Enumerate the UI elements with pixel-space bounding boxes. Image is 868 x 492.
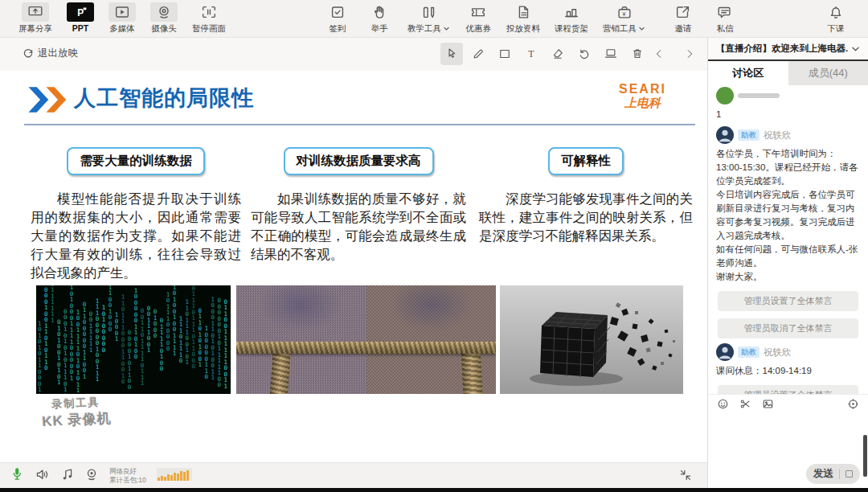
send-button-label: 发送 — [813, 467, 833, 481]
toolbar-item-ppt[interactable]: P PPT — [67, 0, 94, 35]
system-message: 管理员取消了全体禁言 — [718, 318, 858, 338]
chat-message: 助教 祝轶欣 各位学员，下午培训时间为：13:00-15:30。课程已经开始，请… — [716, 126, 860, 284]
image-left-half — [236, 285, 366, 394]
coupon-icon — [465, 2, 492, 22]
delete-annotation-button[interactable] — [626, 43, 649, 65]
window-bottom-edge — [0, 488, 868, 492]
toolbar-item-check-in[interactable]: 签到 — [324, 0, 351, 35]
send-options-icon[interactable] — [845, 470, 853, 478]
tab-members[interactable]: 成员(44) — [788, 61, 868, 85]
exit-presentation-button[interactable]: 退出放映 — [23, 47, 78, 60]
svg-text:T: T — [528, 48, 534, 59]
toolbar-group-class-tools: 签到 举手 教学工具 优惠券 — [317, 0, 653, 35]
message-text: 课间休息：14:09-14:19 — [716, 364, 860, 378]
exit-presentation-label: 退出放映 — [38, 47, 78, 60]
bell-icon — [822, 2, 850, 22]
eraser-tool-button[interactable] — [547, 43, 569, 65]
toolbar-item-marketing-tools[interactable]: ¥ 营销工具 — [603, 0, 645, 35]
next-slide-button[interactable] — [678, 43, 701, 65]
chat-message: 1 — [716, 87, 860, 121]
presentation-slide: 人工智能的局限性 SEARI 上电科 需要大量的训练数据 模型性能能否提升取决于… — [0, 71, 707, 462]
toolbar-item-camera[interactable]: 摄像头 — [150, 0, 178, 35]
username: 祝轶欣 — [764, 129, 792, 141]
svg-text:P: P — [77, 7, 84, 18]
live-intro-header[interactable]: 【直播介绍】欢迎来到上海电器... — [708, 38, 868, 61]
toolbar-group-source: 屏幕分享 P PPT 多媒体 摄像头 — [11, 0, 233, 35]
presentation-toolbar: 退出放映 T — [0, 38, 707, 72]
previous-slide-button[interactable] — [648, 43, 670, 65]
network-status: 网络良好 累计丢包:10 — [109, 467, 146, 484]
shelf-icon — [558, 2, 585, 22]
chevron-down-icon — [851, 46, 860, 52]
avatar — [716, 87, 734, 105]
composer-toolbar — [708, 394, 868, 416]
system-message: 管理员设置了全体禁言 — [718, 291, 858, 311]
toolbar-item-teaching-tools[interactable]: 教学工具 — [407, 0, 450, 35]
screen-share-icon — [22, 2, 49, 22]
image-upload-button[interactable] — [762, 398, 774, 413]
rectangle-tool-button[interactable] — [493, 43, 516, 65]
toolbar-item-raise-hand[interactable]: 举手 — [366, 0, 393, 35]
toolbar-item-private-message[interactable]: 私信 — [711, 0, 739, 35]
microphone-button[interactable] — [10, 466, 24, 486]
status-bar: 网络良好 累计丢包:10 — [0, 462, 707, 488]
column-heading-box: 可解释性 — [548, 147, 624, 175]
toolbar-group-session: 邀请 私信 下课 — [662, 0, 857, 35]
network-graph — [157, 468, 192, 484]
title-underline — [24, 124, 695, 125]
toolbar-item-end-class[interactable]: 下课 — [822, 0, 850, 35]
scrollbar-thumb[interactable] — [863, 435, 867, 477]
column-body-text: 深度学习能够发现事件之间的关联性，建立事件之间的映射关系，但是深度学习不能解释因… — [479, 190, 693, 245]
tab-discussion[interactable]: 讨论区 — [708, 61, 788, 85]
screenshot-scissors-button[interactable] — [739, 398, 751, 413]
toolbar-spacer — [746, 0, 815, 35]
select-tool-button[interactable] — [440, 43, 463, 65]
whiteboard-tool-button[interactable] — [600, 43, 622, 65]
image-right-half — [366, 285, 497, 394]
system-message: 管理员设置了全体禁言 — [718, 385, 858, 394]
chevron-down-icon — [443, 26, 450, 31]
avatar — [716, 126, 734, 144]
toolbar-item-invite[interactable]: 邀请 — [669, 0, 697, 35]
toolbar-item-multimedia[interactable]: 多媒体 — [108, 0, 136, 35]
collapse-view-icon[interactable] — [679, 469, 692, 485]
avatar — [716, 343, 734, 361]
pause-screen-icon — [195, 2, 223, 22]
chat-message-list[interactable]: 1 助教 祝轶欣 各位学员，下午培训时间为：13:00-15:30。课程已经开始… — [708, 85, 868, 394]
ppt-icon: P — [67, 2, 94, 22]
noisy-image-comparison — [236, 285, 496, 394]
check-in-icon — [324, 2, 351, 22]
column-body-text: 如果训练数据的质量不够好，就可能导致人工智能系统学到不全面或不正确的模型，可能会… — [251, 190, 466, 264]
toolbar-item-course-shelf[interactable]: 课程货架 — [555, 0, 588, 35]
chat-input[interactable] — [708, 416, 868, 459]
webcam-button[interactable] — [84, 467, 99, 485]
toolbar-item-coupon[interactable]: 优惠券 — [465, 0, 492, 35]
toolbar-item-pause-screen[interactable]: 暂停画面 — [192, 0, 226, 35]
music-button[interactable] — [60, 467, 74, 485]
packet-loss: 累计丢包:10 — [109, 476, 146, 484]
raise-hand-icon — [366, 2, 393, 22]
app-window: 屏幕分享 P PPT 多媒体 摄像头 — [0, 0, 868, 492]
logo-text-chinese: 上电科 — [619, 96, 666, 110]
title-chevrons-decor — [27, 85, 69, 114]
rope-decor — [236, 342, 496, 354]
text-tool-button[interactable]: T — [520, 43, 542, 65]
chat-settings-icon[interactable] — [847, 398, 859, 413]
invite-icon — [669, 2, 697, 22]
slide-navigation — [648, 43, 701, 65]
undo-tool-button[interactable] — [573, 43, 596, 65]
send-button[interactable]: 发送 — [806, 464, 860, 484]
slide-column-1: 需要大量的训练数据 模型性能能否提升取决于训练用的数据集的大小，因此通常需要大量… — [31, 147, 241, 282]
svg-text:¥: ¥ — [622, 11, 625, 17]
logo-text-latin: SEARI — [619, 82, 666, 96]
speaker-button[interactable] — [35, 467, 50, 485]
recorder-watermark: 录制工具 KK 录像机 — [41, 395, 112, 431]
toolbar-item-distribute-materials[interactable]: 投放资料 — [506, 0, 540, 35]
pen-tool-button[interactable] — [467, 43, 489, 65]
slide-column-3: 可解释性 深度学习能够发现事件之间的关联性，建立事件之间的映射关系，但是深度学习… — [479, 147, 693, 245]
chat-sidebar: 【直播介绍】欢迎来到上海电器... 讨论区 成员(44) 1 助教 — [707, 38, 868, 488]
multimedia-icon — [108, 2, 136, 22]
toolbar-item-screen-share[interactable]: 屏幕分享 — [18, 0, 52, 35]
emoji-button[interactable] — [717, 398, 729, 413]
slide-column-2: 对训练数据质量要求高 如果训练数据的质量不够好，就可能导致人工智能系统学到不全面… — [251, 147, 466, 264]
